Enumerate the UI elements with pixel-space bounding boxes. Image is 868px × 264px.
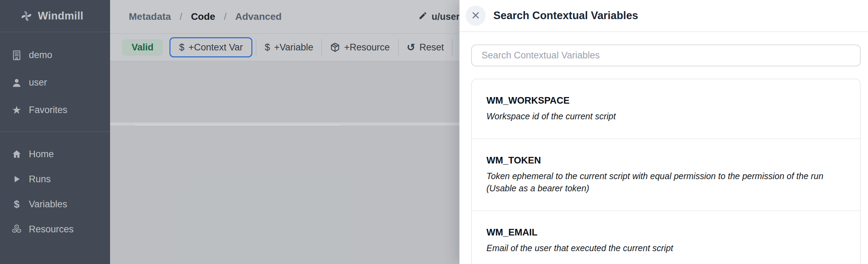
- variable-item-wm-token[interactable]: WM_TOKENToken ephemeral to the current s…: [472, 139, 860, 211]
- drawer-backdrop[interactable]: [0, 0, 459, 264]
- variable-description: Workspace id of the current script: [486, 110, 848, 122]
- variable-description: Email of the user that executed the curr…: [486, 242, 848, 254]
- close-icon: [471, 11, 480, 21]
- variable-item-wm-workspace[interactable]: WM_WORKSPACEWorkspace id of the current …: [472, 79, 860, 139]
- drawer-body: WM_WORKSPACEWorkspace id of the current …: [460, 32, 868, 264]
- variable-name: WM_TOKEN: [486, 155, 848, 166]
- search-variables-drawer: Search Contextual Variables WM_WORKSPACE…: [459, 0, 868, 264]
- close-button[interactable]: [466, 6, 486, 26]
- variable-item-wm-email[interactable]: WM_EMAILEmail of the user that executed …: [472, 211, 860, 264]
- drawer-header: Search Contextual Variables: [460, 0, 868, 32]
- search-input[interactable]: [471, 45, 861, 66]
- drawer-title: Search Contextual Variables: [493, 9, 638, 22]
- variable-name: WM_EMAIL: [486, 227, 848, 238]
- variable-description: Token ephemeral to the current script wi…: [486, 170, 848, 194]
- variables-list: WM_WORKSPACEWorkspace id of the current …: [471, 79, 861, 264]
- variable-name: WM_WORKSPACE: [486, 95, 848, 106]
